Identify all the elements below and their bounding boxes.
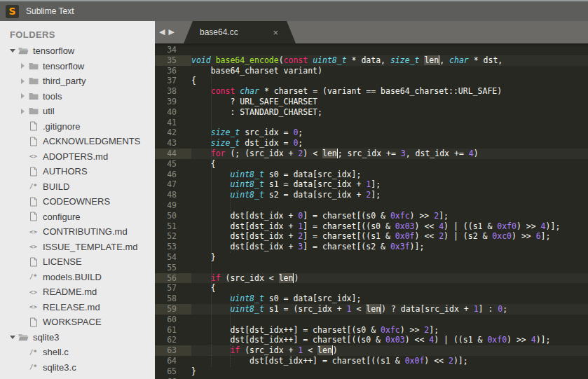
collapse-arrow-icon[interactable] [8,49,17,53]
selected-word[interactable]: len [366,304,381,314]
code-line-61[interactable]: 61 dst[dst_idx++] = charset[(s0 & 0xfc) … [155,325,588,336]
code-line-54[interactable]: 54 } [155,252,588,263]
code-line-62[interactable]: 62 dst[dst_idx++] = charset[((s0 & 0x03)… [155,335,588,345]
line-number[interactable]: 53 [155,242,191,252]
sidebar-item-tensorflow[interactable]: tensorflow [0,59,155,74]
line-number[interactable]: 64 [155,356,191,366]
code-line-49[interactable]: 49 [155,200,588,211]
code-line-52[interactable]: 52 dst[dst_idx + 2] = charset[((s1 & 0x0… [155,231,588,242]
code-line-34[interactable]: 34 [155,45,588,55]
line-number[interactable]: 62 [155,335,191,345]
sidebar-item-authors[interactable]: AUTHORS [0,164,155,179]
selected-word[interactable]: len [424,55,439,65]
expand-arrow-icon[interactable] [18,63,27,69]
line-number[interactable]: 49 [155,200,191,211]
sidebar-item-contributing-md[interactable]: <>CONTRIBUTING.md [0,224,155,240]
tab-base64cc[interactable]: base64.cc × [184,21,296,43]
code-line-63[interactable]: 63 if (src_idx + 1 < len) [155,345,588,356]
line-number[interactable]: 57 [155,283,191,294]
line-number[interactable]: 46 [155,170,191,180]
line-number[interactable]: 50 [155,211,191,221]
code-line-35[interactable]: 35void base64_encode(const uint8_t * dat… [155,55,588,66]
selected-word[interactable]: len [322,149,338,158]
line-number[interactable]: 40 [155,107,191,118]
line-number[interactable]: 51 [155,221,191,232]
sidebar-item-issue-template-md[interactable]: <>ISSUE_TEMPLATE.md [0,240,155,255]
sidebar-item-sqlite3[interactable]: sqlite3 [0,330,155,345]
sidebar-item-configure[interactable]: configure [0,209,155,225]
sidebar-item-sqlite3-c[interactable]: /*sqlite3.c [0,360,155,375]
sidebar-item-util[interactable]: util [0,104,155,119]
code-line-55[interactable]: 55 [155,263,588,273]
line-number[interactable]: 37 [155,76,191,86]
code-line-37[interactable]: 37{ [155,76,588,86]
code-line-36[interactable]: 36 base64_charset variant) [155,66,588,76]
line-number[interactable]: 63 [155,345,191,356]
sidebar-item-tensorflow[interactable]: tensorflow [0,43,155,59]
sidebar-item-tools[interactable]: tools [0,89,155,104]
code-line-45[interactable]: 45 { [155,159,588,170]
code-line-38[interactable]: 38 const char * charset = (variant == ba… [155,86,588,97]
line-number[interactable]: 60 [155,315,191,325]
line-number[interactable]: 45 [155,159,191,170]
line-number[interactable]: 47 [155,179,191,190]
code-line-48[interactable]: 48 uint8_t s2 = data[src_idx + 2]; [155,190,588,200]
code-line-40[interactable]: 40 : STANDARD_CHARSET; [155,107,588,118]
sidebar-item-adopters-md[interactable]: <>ADOPTERS.md [0,149,155,165]
line-number[interactable]: 42 [155,128,191,138]
code-line-44[interactable]: 44 for (; (src_idx + 2) < len; src_idx +… [155,149,588,159]
sidebar-item-gitignore[interactable]: .gitignore [0,119,155,135]
line-number[interactable]: 58 [155,294,191,304]
sidebar-item-third-party[interactable]: third_party [0,74,155,89]
line-number[interactable]: 39 [155,97,191,107]
code-line-64[interactable]: 64 dst[dst_idx++] = charset[((s1 & 0x0f)… [155,356,588,366]
code-line-51[interactable]: 51 dst[dst_idx + 1] = charset[((s0 & 0x0… [155,221,588,232]
sidebar-item-build[interactable]: /*BUILD [0,179,155,195]
code-line-50[interactable]: 50 dst[dst_idx + 0] = charset[(s0 & 0xfc… [155,211,588,221]
expand-arrow-icon[interactable] [18,78,27,84]
tab-scroll-right-icon[interactable]: ▶ [168,27,174,36]
tab-scroll-left-icon[interactable]: ◀ [159,27,165,36]
collapse-arrow-icon[interactable] [8,336,17,339]
sidebar-item-release-md[interactable]: <>RELEASE.md [0,300,155,315]
code-line-53[interactable]: 53 dst[dst_idx + 3] = charset[(s2 & 0x3f… [155,242,588,252]
code-area[interactable]: 3435void base64_encode(const uint8_t * d… [155,43,588,379]
tab-close-icon[interactable]: × [273,27,278,38]
line-number[interactable]: 35 [155,55,191,66]
code-line-60[interactable]: 60 [155,315,588,325]
code-line-41[interactable]: 41 [155,118,588,128]
sidebar-item-readme-md[interactable]: <>README.md [0,284,155,300]
code-line-58[interactable]: 58 uint8_t s0 = data[src_idx]; [155,294,588,304]
sidebar-item-acknowledgments[interactable]: ACKNOWLEDGMENTS [0,134,155,149]
sidebar-item-workspace[interactable]: WORKSPACE [0,315,155,330]
selected-word[interactable]: len [317,345,333,355]
code-line-42[interactable]: 42 size_t src_idx = 0; [155,128,588,138]
line-number[interactable]: 36 [155,66,191,76]
code-line-59[interactable]: 59 uint8_t s1 = (src_idx + 1 < len) ? da… [155,304,588,315]
line-number[interactable]: 65 [155,366,191,377]
line-number[interactable]: 44 [155,149,191,159]
code-line-66[interactable]: 66 [155,377,588,379]
line-number[interactable]: 48 [155,190,191,200]
line-number[interactable]: 38 [155,86,191,97]
line-number[interactable]: 56 [155,273,191,284]
code-line-65[interactable]: 65} [155,366,588,377]
sidebar-item-codeowners[interactable]: CODEOWNERS [0,194,155,209]
line-number[interactable]: 66 [155,377,191,379]
line-number[interactable]: 52 [155,231,191,242]
code-line-57[interactable]: 57 { [155,283,588,294]
code-line-39[interactable]: 39 ? URL_SAFE_CHARSET [155,97,588,107]
line-number[interactable]: 54 [155,252,191,263]
line-number[interactable]: 55 [155,263,191,273]
line-number[interactable]: 34 [155,45,191,55]
expand-arrow-icon[interactable] [18,109,27,114]
expand-arrow-icon[interactable] [18,93,27,99]
sidebar-item-license[interactable]: LICENSE [0,254,155,270]
code-line-47[interactable]: 47 uint8_t s1 = data[src_idx + 1]; [155,179,588,190]
selected-word[interactable]: len [279,273,294,283]
code-line-56[interactable]: 56 if (src_idx < len) [155,273,588,284]
line-number[interactable]: 61 [155,325,191,336]
line-number[interactable]: 43 [155,138,191,149]
code-line-43[interactable]: 43 size_t dst_idx = 0; [155,138,588,149]
line-number[interactable]: 41 [155,118,191,128]
